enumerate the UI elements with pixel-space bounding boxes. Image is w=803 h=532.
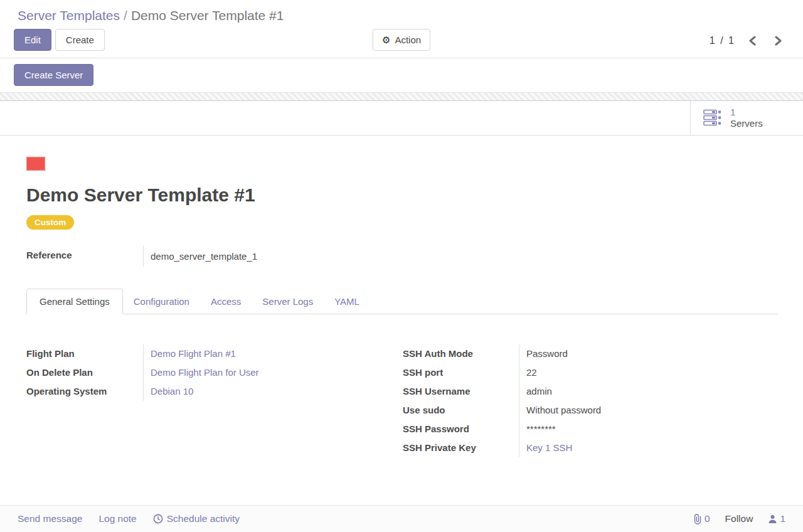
reference-field-row: Reference demo_server_template_1 [26, 246, 778, 267]
follow-button[interactable]: Follow [725, 513, 753, 524]
pager-previous-button[interactable] [744, 33, 761, 48]
use-sudo-label: Use sudo [403, 401, 519, 420]
schedule-activity-label: Schedule activity [167, 513, 240, 524]
servers-stat-button[interactable]: 1 Servers [690, 101, 803, 135]
ssh-auth-mode-field-row: SSH Auth Mode Password [403, 344, 778, 363]
on-delete-plan-label: On Delete Plan [26, 363, 143, 382]
action-button[interactable]: ⚙ Action [373, 29, 430, 51]
on-delete-plan-value-link[interactable]: Demo Flight Plan for User [143, 363, 259, 382]
ssh-password-label: SSH Password [403, 420, 519, 439]
chatter-bar: Send message Log note Schedule activity … [0, 505, 803, 532]
sheet-topbar: 1 Servers [0, 101, 803, 136]
form-separator [0, 92, 803, 101]
create-server-button[interactable]: Create Server [14, 64, 93, 86]
ssh-password-field-row: SSH Password ******** [403, 420, 778, 439]
ssh-port-value: 22 [519, 363, 537, 382]
attachments-count: 0 [705, 513, 710, 524]
record-image[interactable] [26, 157, 45, 171]
log-note-button[interactable]: Log note [98, 513, 136, 524]
use-sudo-value: Without password [519, 401, 601, 420]
ssh-username-field-row: SSH Username admin [403, 382, 778, 401]
flight-plan-value-link[interactable]: Demo Flight Plan #1 [143, 344, 236, 363]
followers-count: 1 [780, 513, 785, 524]
breadcrumb-current: Demo Server Template #1 [131, 8, 284, 23]
edit-button[interactable]: Edit [14, 29, 51, 51]
attachments-button[interactable]: 0 [693, 513, 710, 524]
person-icon [768, 514, 777, 524]
flight-plan-label: Flight Plan [26, 344, 143, 363]
followers-button[interactable]: 1 [768, 513, 785, 524]
ssh-username-value: admin [519, 382, 552, 401]
ssh-private-key-value-link[interactable]: Key 1 SSH [519, 439, 572, 457]
breadcrumb-parent-link[interactable]: Server Templates [18, 8, 120, 23]
ssh-auth-mode-label: SSH Auth Mode [403, 344, 519, 363]
record-title: Demo Server Template #1 [26, 184, 778, 206]
chevron-right-icon [775, 36, 782, 46]
custom-badge: Custom [26, 215, 74, 230]
flight-plan-field-row: Flight Plan Demo Flight Plan #1 [26, 344, 402, 363]
ssh-port-field-row: SSH port 22 [403, 363, 778, 382]
tab-access[interactable]: Access [200, 289, 252, 314]
ssh-port-label: SSH port [403, 363, 519, 382]
gear-icon: ⚙ [382, 35, 390, 45]
control-panel: Edit Create ⚙ Action 1 / 1 [0, 23, 803, 58]
pager: 1 / 1 [710, 23, 787, 58]
operating-system-label: Operating System [26, 382, 143, 401]
ssh-username-label: SSH Username [403, 382, 519, 401]
ssh-auth-mode-value: Password [519, 344, 568, 363]
servers-icon [703, 109, 722, 127]
fields-right-column: SSH Auth Mode Password SSH port 22 SSH U… [402, 344, 778, 457]
form-sheet: Demo Server Template #1 Custom Reference… [0, 136, 803, 457]
action-button-label: Action [395, 35, 421, 45]
operating-system-field-row: Operating System Debian 10 [26, 382, 402, 401]
breadcrumb-separator: / [120, 8, 131, 23]
clock-icon [153, 514, 163, 524]
tab-page-general-settings: Flight Plan Demo Flight Plan #1 On Delet… [26, 344, 778, 457]
operating-system-value-link[interactable]: Debian 10 [143, 382, 193, 401]
on-delete-plan-field-row: On Delete Plan Demo Flight Plan for User [26, 363, 402, 382]
notebook-tabs: General Settings Configuration Access Se… [26, 289, 778, 314]
tab-general-settings[interactable]: General Settings [26, 289, 123, 314]
servers-stat-value: 1 [730, 107, 763, 118]
breadcrumb: Server Templates/Demo Server Template #1 [0, 0, 803, 23]
paperclip-icon [693, 514, 702, 524]
reference-label: Reference [26, 246, 143, 267]
fields-left-column: Flight Plan Demo Flight Plan #1 On Delet… [26, 344, 402, 457]
tab-configuration[interactable]: Configuration [123, 289, 200, 314]
servers-stat-label: Servers [730, 118, 763, 129]
tab-yaml[interactable]: YAML [324, 289, 370, 314]
send-message-button[interactable]: Send message [18, 513, 82, 524]
ssh-private-key-field-row: SSH Private Key Key 1 SSH [403, 439, 778, 457]
schedule-activity-button[interactable]: Schedule activity [153, 513, 240, 524]
pager-count: 1 / 1 [710, 35, 735, 46]
tab-server-logs[interactable]: Server Logs [252, 289, 324, 314]
create-button[interactable]: Create [55, 29, 105, 51]
form-statusbar: Create Server [0, 58, 803, 92]
ssh-password-value: ******** [519, 420, 556, 439]
reference-value: demo_server_template_1 [143, 246, 257, 267]
chevron-left-icon [749, 36, 756, 46]
pager-next-button[interactable] [770, 33, 787, 48]
use-sudo-field-row: Use sudo Without password [403, 401, 778, 420]
ssh-private-key-label: SSH Private Key [403, 439, 519, 457]
